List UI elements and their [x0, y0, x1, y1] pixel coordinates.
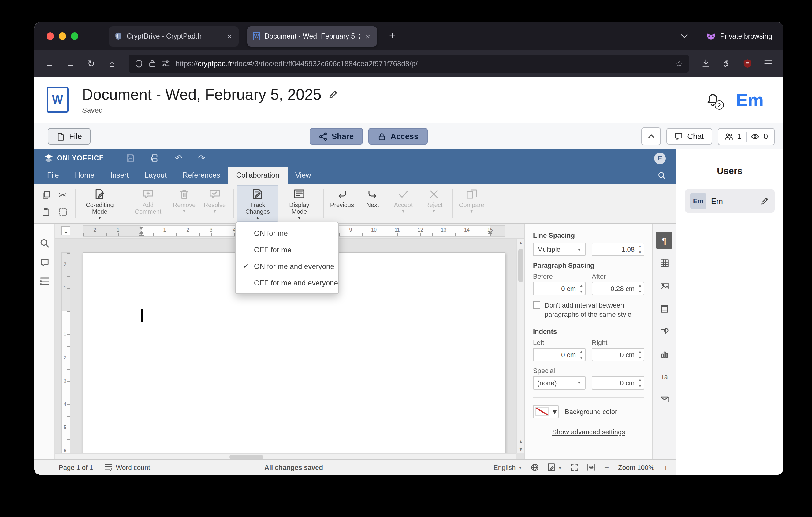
left-margin-marker[interactable]	[139, 235, 144, 237]
ublock-icon[interactable]	[738, 55, 756, 72]
scrollbar-thumb[interactable]	[229, 455, 263, 459]
word-count-button[interactable]: Word count	[104, 463, 150, 472]
left-indent-marker[interactable]	[139, 231, 144, 234]
chart-settings-icon[interactable]	[656, 346, 672, 362]
fullscreen-window-button[interactable]	[71, 32, 78, 40]
spinner-arrows-icon[interactable]: ▲▼	[638, 378, 642, 387]
tab-stop-selector[interactable]: L	[61, 226, 70, 235]
accept-change-button[interactable]: Accept ▼	[388, 185, 418, 222]
background-color-button[interactable]: ▼	[533, 405, 559, 418]
spacing-before-spinner[interactable]: 0 cm ▲▼	[533, 282, 586, 295]
spinner-arrows-icon[interactable]: ▲▼	[579, 283, 583, 293]
track-changes-button[interactable]: Track Changes ▲	[237, 185, 279, 222]
indent-right-spinner[interactable]: 0 cm ▲▼	[592, 348, 644, 361]
url-bar[interactable]: https://cryptpad.fr/doc/#/3/doc/edit/ff0…	[128, 54, 689, 73]
edit-user-name-icon[interactable]	[761, 197, 769, 205]
downloads-icon[interactable]	[696, 55, 715, 72]
forward-icon[interactable]: →	[61, 55, 80, 72]
track-menu-item[interactable]: OFF for me	[236, 241, 338, 258]
access-button[interactable]: Access	[368, 128, 428, 144]
bookmark-star-icon[interactable]: ☆	[675, 58, 683, 68]
track-menu-item[interactable]: OFF for me and everyone	[236, 274, 338, 291]
close-window-button[interactable]	[47, 32, 54, 40]
reload-icon[interactable]: ↻	[82, 55, 100, 72]
table-settings-icon[interactable]	[656, 255, 672, 271]
vertical-scrollbar[interactable]: ▲ ▲ ▼	[517, 239, 524, 453]
compare-button[interactable]: Compare ▼	[456, 185, 487, 222]
no-interval-checkbox-row[interactable]: Don't add interval between paragraphs of…	[533, 301, 644, 319]
save-icon[interactable]	[126, 154, 135, 162]
spinner-arrows-icon[interactable]: ▲▼	[638, 244, 642, 254]
navigation-headings-icon[interactable]	[39, 277, 49, 285]
notifications-bell-icon[interactable]: 2	[705, 92, 720, 107]
tab-close-icon[interactable]: ×	[226, 31, 233, 41]
spacing-after-spinner[interactable]: 0.28 cm ▲▼	[592, 282, 644, 295]
cut-icon[interactable]: ✂	[55, 187, 71, 203]
zoom-out-button[interactable]: −	[603, 463, 610, 472]
select-all-icon[interactable]	[55, 204, 71, 220]
zoom-in-button[interactable]: +	[662, 463, 669, 472]
spinner-arrows-icon[interactable]: ▲▼	[638, 283, 642, 293]
browser-tab-document[interactable]: W Document - Wed, February 5, 2 ×	[247, 26, 377, 46]
home-icon[interactable]: ⌂	[103, 55, 121, 72]
browser-tab-cryptdrive[interactable]: CryptDrive - CryptPad.fr ×	[109, 26, 239, 46]
undo-icon[interactable]: ↶	[175, 153, 182, 163]
scroll-up-icon[interactable]: ▲	[517, 239, 524, 247]
display-mode-button[interactable]: Display Mode ▼	[279, 185, 320, 222]
line-spacing-spinner[interactable]: 1.08 ▲▼	[592, 243, 644, 256]
text-art-settings-icon[interactable]: Ta	[656, 368, 672, 385]
special-indent-select[interactable]: (none) ▼	[533, 376, 586, 389]
shield-icon[interactable]	[135, 59, 143, 68]
track-menu-item[interactable]: ON for me	[236, 225, 338, 241]
extensions-icon[interactable]	[717, 55, 735, 72]
copy-icon[interactable]	[38, 187, 54, 203]
paragraph-settings-icon[interactable]: ¶	[656, 232, 672, 249]
line-spacing-select[interactable]: Multiple ▼	[533, 243, 586, 256]
share-button[interactable]: Share	[310, 128, 363, 144]
editor-tab-collaboration[interactable]: Collaboration	[228, 167, 287, 184]
user-list-item[interactable]: Em Em	[685, 189, 775, 213]
checkbox[interactable]	[533, 301, 540, 309]
find-icon[interactable]	[39, 238, 49, 248]
scrollbar-thumb[interactable]	[518, 249, 523, 282]
page-indicator[interactable]: Page 1 of 1	[59, 464, 93, 471]
rename-document-icon[interactable]	[329, 89, 339, 99]
editor-user-badge[interactable]: E	[654, 152, 666, 164]
next-page-icon[interactable]: ▼	[517, 445, 524, 453]
list-all-tabs-chevron-icon[interactable]	[675, 28, 694, 45]
add-comment-button[interactable]: Add Comment	[127, 185, 169, 222]
menu-hamburger-icon[interactable]	[759, 55, 777, 72]
resolve-comments-button[interactable]: Resolve ▼	[200, 185, 230, 222]
track-menu-item[interactable]: ✓ON for me and everyone	[236, 258, 338, 274]
language-selector[interactable]: English ▼	[493, 464, 522, 471]
editor-tab-references[interactable]: References	[175, 167, 228, 184]
editor-search-icon[interactable]	[658, 167, 666, 184]
next-change-button[interactable]: Next	[357, 185, 388, 222]
minimize-window-button[interactable]	[59, 32, 66, 40]
advanced-settings-link[interactable]: Show advanced settings	[533, 428, 644, 435]
reject-change-button[interactable]: Reject ▼	[418, 185, 449, 222]
vertical-ruler[interactable]: 21123456	[61, 252, 70, 453]
zoom-level[interactable]: Zoom 100%	[618, 464, 655, 471]
permissions-icon[interactable]	[162, 59, 170, 67]
spinner-arrows-icon[interactable]: ▲▼	[638, 350, 642, 359]
chat-button[interactable]: Chat	[666, 128, 712, 144]
print-icon[interactable]	[150, 154, 159, 162]
fit-width-icon[interactable]	[586, 463, 595, 472]
horizontal-scrollbar[interactable]	[55, 453, 517, 459]
spellcheck-globe-icon[interactable]	[530, 463, 539, 472]
previous-change-button[interactable]: Previous	[327, 185, 357, 222]
coediting-mode-button[interactable]: Co-editing Mode ▼	[79, 185, 120, 222]
spinner-arrows-icon[interactable]: ▲▼	[579, 350, 583, 359]
editor-tab-insert[interactable]: Insert	[103, 167, 137, 184]
collapse-toolbar-button[interactable]	[641, 128, 661, 145]
new-tab-button[interactable]: +	[384, 29, 400, 44]
tab-close-icon[interactable]: ×	[365, 31, 371, 41]
back-icon[interactable]: ←	[40, 55, 59, 72]
file-button[interactable]: File	[48, 128, 91, 144]
track-changes-status-icon[interactable]: ▼	[547, 463, 562, 472]
indent-left-spinner[interactable]: 0 cm ▲▼	[533, 348, 586, 361]
redo-icon[interactable]: ↷	[198, 153, 205, 163]
shape-settings-icon[interactable]	[656, 323, 672, 339]
editor-tab-layout[interactable]: Layout	[137, 167, 175, 184]
